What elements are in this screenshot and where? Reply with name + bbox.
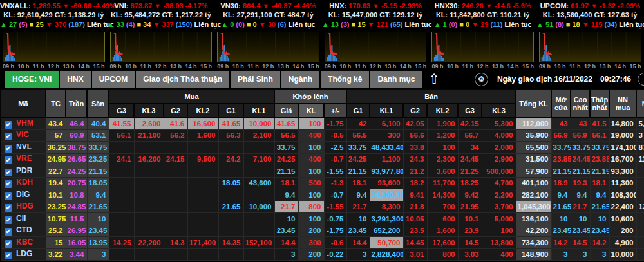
cell-bkl1: 93,977,800 <box>370 165 403 178</box>
row-checkbox[interactable]: ✔ <box>5 204 12 212</box>
cell-ticker[interactable]: ✔KDH <box>1 177 46 189</box>
row-checkbox[interactable]: ✔ <box>5 240 12 248</box>
ticker-symbol[interactable]: KBC <box>16 238 33 247</box>
cell-bkl1: 6,100 <box>370 117 403 129</box>
cell-ticker[interactable]: ✔LDG <box>1 248 46 261</box>
ticker-symbol[interactable]: VRE <box>16 154 32 163</box>
cell-ticker[interactable]: ✔VRE <box>1 153 46 165</box>
tab-giao-d-ch-th-a-thu-n[interactable]: Giao dịch Thỏa thuận <box>136 71 229 88</box>
cell-ticker[interactable]: ✔HDG <box>1 201 46 213</box>
row-checkbox[interactable]: ✔ <box>5 169 12 176</box>
index-volume-line: KL: 11,842,800 GT: 110.21 tỷ <box>429 10 536 20</box>
cell-ticker[interactable]: ✔VHM <box>1 117 46 129</box>
row-checkbox[interactable]: ✔ <box>5 228 12 236</box>
cell-ticker[interactable]: ✔NVL <box>1 142 46 154</box>
ticker-symbol[interactable]: HDG <box>16 201 33 211</box>
sparkline <box>432 32 533 62</box>
floor-count: (65) <box>390 21 403 28</box>
tab-hnx[interactable]: HNX <box>60 71 90 88</box>
col-header-ban-kl2[interactable]: KL2 <box>427 104 458 117</box>
cell-ticker[interactable]: ✔KBC <box>1 237 46 249</box>
col-header-nnmua[interactable]: NN mua <box>609 89 636 117</box>
row-checkbox[interactable]: ✔ <box>5 192 12 200</box>
index-panel[interactable]: VNXALL: 1,289.55 ▼ -60.66 -4.49% KL: 92,… <box>0 0 108 70</box>
col-header-ban-g3[interactable]: G3 <box>458 104 482 117</box>
sparkline <box>218 32 319 62</box>
col-header-ban-kl3[interactable]: KL3 <box>482 104 516 117</box>
ticker-symbol[interactable]: LDG <box>16 249 32 258</box>
row-checkbox[interactable]: ✔ <box>5 156 12 164</box>
ticker-symbol[interactable]: NVL <box>16 142 32 151</box>
col-header-khop[interactable]: Khớp lệnh <box>274 89 346 104</box>
tab-ng-nh[interactable]: Ngành <box>281 71 319 88</box>
cell-tc: 24.95 <box>46 153 66 165</box>
ticker-symbol[interactable]: CTD <box>16 225 32 234</box>
col-header-khop-chg[interactable]: +/- <box>324 104 346 117</box>
ticker-symbol[interactable]: PDR <box>16 166 32 175</box>
col-header-ma[interactable]: Mã <box>1 89 46 117</box>
ceiling-count: (8) <box>555 21 564 28</box>
col-header-mua-kl2[interactable]: KL2 <box>187 104 218 117</box>
index-panel[interactable]: VNI: 873.87 ▼ -38.03 -4.17% KL: 95,484,2… <box>108 0 215 70</box>
cut-off-icon[interactable] <box>638 73 644 86</box>
ticker-symbol[interactable]: VHM <box>16 118 33 127</box>
cell-ticker[interactable]: ✔VIC <box>1 129 46 142</box>
cell-chg: -1.55 <box>324 165 346 178</box>
col-header-ban[interactable]: Bán <box>346 89 516 104</box>
index-name: VNXALL: <box>0 2 31 10</box>
tab-hose-vni[interactable]: HOSE: VNI <box>5 71 59 88</box>
index-panel[interactable]: HNX30: 246.26 ▼ -14.6 -5.6% KL: 11,842,8… <box>429 0 536 70</box>
tab-upcom[interactable]: UPCOM <box>92 71 135 88</box>
cell-bg3: 3.03 <box>458 248 482 261</box>
cell-ticker[interactable]: ✔CII <box>1 213 46 225</box>
row-checkbox[interactable]: ✔ <box>5 252 12 259</box>
row-checkbox[interactable]: ✔ <box>5 180 12 188</box>
tab-th-ng-k-[interactable]: Thống kê <box>321 71 369 88</box>
row-checkbox[interactable]: ✔ <box>5 133 12 140</box>
cell-ticker[interactable]: ✔DIG <box>1 189 46 201</box>
index-intraday-chart <box>110 32 213 62</box>
tab-danh-m-c[interactable]: Danh mục <box>370 71 422 88</box>
cell-ticker[interactable]: ✔PDR <box>1 165 46 178</box>
price-board: MãTCTrầnSànMuaKhớp lệnhBánTổng KLMở cửaC… <box>0 89 644 261</box>
ticker-symbol[interactable]: DIG <box>16 190 30 199</box>
cell-ticker[interactable]: ✔CTD <box>1 225 46 237</box>
col-header-san[interactable]: Sàn <box>87 89 109 117</box>
col-header-mua-g3[interactable]: G3 <box>109 104 134 117</box>
col-header-mua-kl3[interactable]: KL3 <box>134 104 164 117</box>
cell-san: 10 <box>87 213 109 225</box>
col-header-tran[interactable]: Trần <box>66 89 87 117</box>
ticker-symbol[interactable]: VIC <box>16 130 29 139</box>
ty-label: tỷ <box>631 11 638 19</box>
col-header-ban-kl1[interactable]: KL1 <box>370 104 403 117</box>
ticker-symbol[interactable]: CII <box>16 214 26 223</box>
row-checkbox[interactable]: ✔ <box>5 216 12 224</box>
index-panel[interactable]: HNX: 170.63 ▼ -5.15 -2.93% KL: 15,447,00… <box>322 0 430 70</box>
gear-icon[interactable]: ⚙ <box>475 73 488 86</box>
index-panel[interactable]: UPCOM: 61.97 ▼ -1.32 -2.09% KL: 13,560,4… <box>536 0 644 70</box>
index-panel[interactable]: VN30: 864.4 ▼ -40.37 -4.46% KL: 27,291,1… <box>214 0 322 70</box>
cell-tran: 38.75 <box>66 142 87 154</box>
tab-ph-i-sinh[interactable]: Phái Sinh <box>231 71 280 88</box>
col-header-khop-kl[interactable]: KL <box>298 104 324 117</box>
cell-chg: -0.7 <box>324 189 346 201</box>
col-header-thap[interactable]: Thấp nhất <box>590 89 609 117</box>
up-arrow-icon[interactable]: ⇧ <box>428 71 440 88</box>
col-header-tong[interactable]: Tổng KL <box>516 89 551 117</box>
col-header-tc[interactable]: TC <box>46 89 66 117</box>
col-header-mua-g1[interactable]: G1 <box>218 104 243 117</box>
col-header-cao[interactable]: Cao nhất <box>571 89 590 117</box>
col-header-mua-g2[interactable]: G2 <box>164 104 187 117</box>
col-header-mua-kl1[interactable]: KL1 <box>243 104 274 117</box>
col-header-mua[interactable]: Mua <box>109 89 274 104</box>
col-header-ban-g1[interactable]: G1 <box>346 104 370 117</box>
col-header-mo[interactable]: Mở cửa <box>551 89 571 117</box>
col-header-nnban[interactable]: NN bán <box>636 89 644 117</box>
cell-kl: 300 <box>298 237 324 249</box>
col-header-khop-giá[interactable]: Giá <box>274 104 298 117</box>
session-status: Liên tục <box>405 21 432 28</box>
row-checkbox[interactable]: ✔ <box>5 121 12 129</box>
ticker-symbol[interactable]: KDH <box>16 178 33 187</box>
col-header-ban-g2[interactable]: G2 <box>403 104 427 117</box>
row-checkbox[interactable]: ✔ <box>5 145 12 153</box>
